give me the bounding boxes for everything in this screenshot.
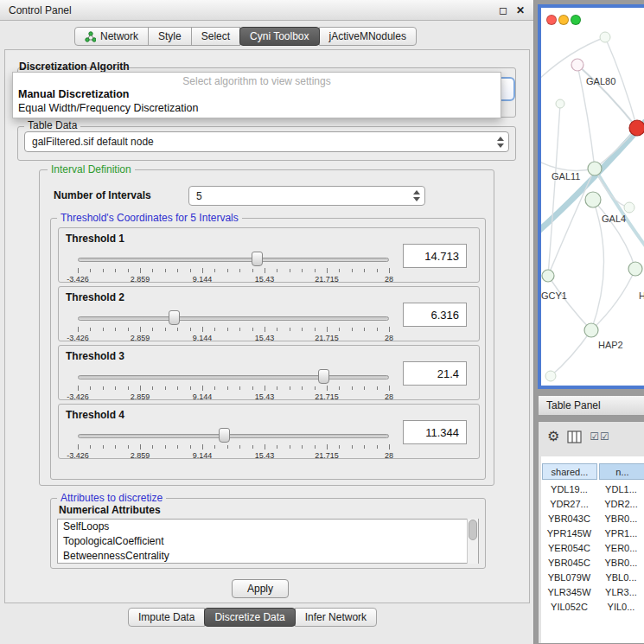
tab-style[interactable]: Style [148, 27, 192, 46]
tab-impute-data[interactable]: Impute Data [128, 608, 205, 627]
table-cell[interactable]: YLR3... [598, 584, 644, 599]
table-row[interactable]: YDR27...YDR2... [542, 496, 644, 511]
table-cell[interactable]: YPR1... [598, 526, 644, 540]
network-node[interactable] [588, 162, 602, 175]
threshold-value-field[interactable]: 14.713 [403, 244, 467, 268]
table-cell[interactable]: YER054C [542, 540, 596, 555]
dropdown-option-manual-discretization[interactable]: Manual Discretization [13, 87, 501, 101]
table-cell[interactable]: YPR145W [542, 526, 596, 540]
network-node[interactable] [584, 323, 598, 337]
table-cell[interactable]: YDL1... [598, 481, 644, 496]
threshold-label: Threshold 3 [66, 350, 124, 362]
threshold-block: Threshold 2-3.4262.8599.14415.4321.71528… [58, 286, 480, 341]
table-row[interactable]: YBL079WYBL0... [542, 570, 644, 584]
table-header-cell[interactable]: shared... [542, 463, 597, 480]
list-item[interactable]: BetweennessCentrality [58, 549, 478, 564]
table-cell[interactable]: YBR043C [542, 511, 596, 526]
tab-cyni-toolbox[interactable]: Cyni Toolbox [239, 27, 319, 46]
control-panel-window: Control Panel ◻ ✕ NetworkStyleSelectCyni… [0, 0, 534, 644]
network-canvas[interactable]: GAL80GAL11GAL4GCY1HAP2H [541, 30, 644, 386]
threshold-slider[interactable]: -3.4262.8599.14415.4321.71528 [78, 309, 389, 341]
table-cell[interactable]: YBR045C [542, 555, 596, 570]
threshold-value-field[interactable]: 11.344 [403, 420, 467, 444]
minimize-icon[interactable]: ◻ [499, 5, 507, 16]
dropdown-option-equal-width[interactable]: Equal Width/Frequency Discretization [13, 101, 501, 115]
table-row[interactable]: YLR345WYLR3... [542, 584, 644, 599]
network-node[interactable] [628, 262, 642, 276]
threshold-value-field[interactable]: 6.316 [403, 303, 467, 327]
columns-icon[interactable] [567, 430, 582, 443]
table-cell[interactable]: YDR2... [598, 496, 644, 511]
table-row[interactable]: YPR145WYPR1... [542, 526, 644, 540]
network-node-label: GAL4 [602, 214, 626, 224]
table-header-cell[interactable]: n... [599, 463, 644, 480]
slider-thumb[interactable] [169, 310, 180, 325]
tick-mark [190, 269, 191, 272]
network-node[interactable] [629, 120, 644, 136]
network-node[interactable] [571, 59, 583, 71]
slider-track[interactable] [78, 258, 389, 262]
tab-jactivemnodules[interactable]: jActiveMNodules [319, 27, 417, 46]
slider-thumb[interactable] [318, 369, 329, 384]
tab-network[interactable]: Network [74, 27, 149, 46]
gear-icon[interactable]: ⚙ [547, 430, 559, 443]
tab-select[interactable]: Select [191, 27, 240, 46]
slider-track[interactable] [78, 316, 389, 321]
table-cell[interactable]: YIL0... [598, 599, 644, 614]
table-cell[interactable]: YER0... [598, 540, 644, 555]
mac-zoom-button[interactable] [571, 15, 581, 25]
table-cell[interactable]: YDL19... [542, 481, 596, 496]
table-cell[interactable]: YBR0... [598, 555, 644, 570]
tab-infer-network[interactable]: Infer Network [295, 608, 377, 627]
network-node[interactable] [545, 371, 556, 381]
control-panel-titlebar[interactable]: Control Panel ◻ ✕ [0, 0, 533, 21]
network-node[interactable] [585, 192, 601, 207]
slider-track[interactable] [78, 375, 389, 379]
tab-discretize-data[interactable]: Discretize Data [204, 608, 295, 627]
threshold-slider[interactable]: -3.4262.8599.14415.4321.71528 [78, 368, 389, 399]
list-scrollbar[interactable] [467, 519, 478, 564]
threshold-value-field[interactable]: 21.4 [403, 361, 467, 386]
threshold-slider[interactable]: -3.4262.8599.14415.4321.71528 [78, 251, 389, 282]
tick-mark [190, 328, 191, 331]
table-row[interactable]: YBR045CYBR0... [542, 555, 644, 570]
table-row[interactable]: YDL19...YDL1... [542, 481, 644, 496]
network-node[interactable] [600, 32, 610, 42]
slider-thumb[interactable] [252, 252, 263, 266]
number-of-intervals-combo[interactable]: 5 [188, 186, 425, 206]
slider-thumb[interactable] [219, 428, 230, 443]
mac-minimize-button[interactable] [558, 15, 569, 25]
tick-mark [140, 327, 141, 332]
tick-mark [302, 445, 303, 449]
table-cell[interactable]: YIL052C [542, 599, 596, 614]
table-row[interactable]: YBR043CYBR0... [542, 511, 644, 526]
mac-close-button[interactable] [546, 15, 557, 25]
tick-mark [140, 268, 141, 273]
network-node[interactable] [556, 99, 564, 108]
tick-label: 21.715 [315, 275, 339, 284]
table-panel-titlebar[interactable]: Table Panel [538, 395, 644, 416]
table-cell[interactable]: YBL0... [598, 570, 644, 584]
numerical-attributes-list[interactable]: SelfLoopsTopologicalCoefficientBetweenne… [57, 519, 479, 564]
table-row[interactable]: YER054CYER0... [542, 540, 644, 555]
threshold-slider[interactable]: -3.4262.8599.14415.4321.71528 [78, 427, 389, 458]
slider-track[interactable] [78, 434, 389, 438]
table-row[interactable]: YIL052CYIL0... [542, 599, 644, 614]
list-item[interactable]: TopologicalCoefficient [58, 534, 478, 549]
network-node[interactable] [624, 202, 634, 213]
network-node[interactable] [542, 270, 554, 282]
tick-label: -3.426 [67, 392, 89, 401]
tick-mark [227, 328, 228, 331]
apply-button[interactable]: Apply [232, 579, 289, 598]
table-data-combo[interactable]: galFiltered.sif default node [24, 131, 509, 152]
table-cell[interactable]: YBL079W [542, 570, 596, 584]
close-icon[interactable]: ✕ [516, 5, 525, 16]
number-of-intervals-value: 5 [196, 190, 202, 202]
select-columns-icon[interactable]: ☑☑ [590, 431, 610, 442]
table-cell[interactable]: YDR27... [542, 496, 596, 511]
table-cell[interactable]: YBR0... [598, 511, 644, 526]
tick-label: 2.859 [131, 451, 150, 460]
list-scrollbar-thumb[interactable] [469, 520, 477, 540]
table-cell[interactable]: YLR345W [542, 584, 596, 599]
list-item[interactable]: SelfLoops [58, 520, 478, 534]
